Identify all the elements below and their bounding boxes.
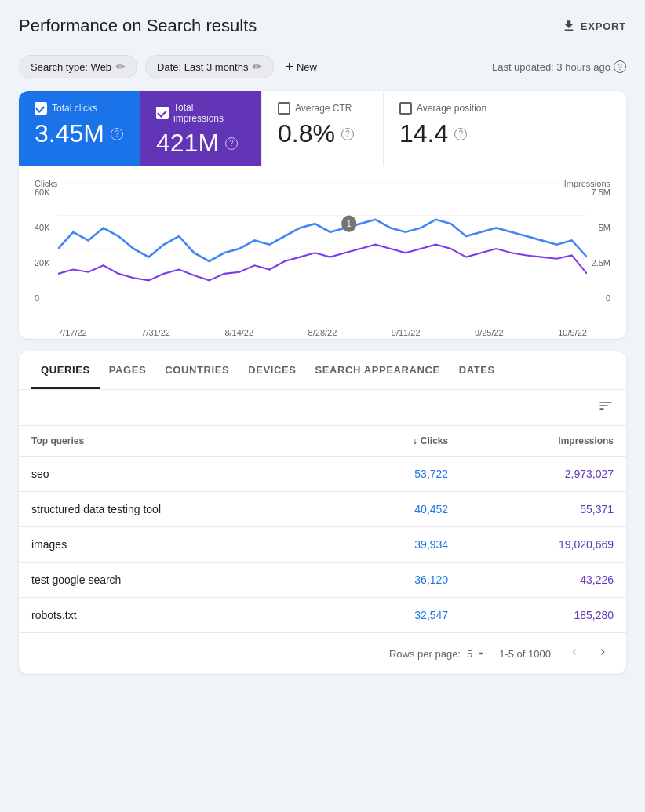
table-row: seo 53,722 2,973,027 xyxy=(19,457,626,492)
export-button[interactable]: EXPORT xyxy=(562,19,626,33)
chart-svg: 1 xyxy=(58,182,587,315)
tab-pages[interactable]: PAGES xyxy=(100,351,156,389)
date-filter[interactable]: Date: Last 3 months ✏ xyxy=(145,55,274,78)
query-cell: robots.txt xyxy=(19,598,336,633)
avg-ctr-help[interactable]: ? xyxy=(341,128,354,140)
clicks-cell: 40,452 xyxy=(336,492,461,527)
avg-position-value: 14.4 ? xyxy=(399,119,489,148)
tabs: QUERIESPAGESCOUNTRIESDEVICESSEARCH APPEA… xyxy=(19,351,626,390)
tab-devices[interactable]: DEVICES xyxy=(239,351,305,389)
x-axis-labels: 7/17/22 7/31/22 8/14/22 8/28/22 9/11/22 … xyxy=(58,328,587,337)
total-impressions-value: 421M ? xyxy=(156,129,246,158)
page-title: Performance on Search results xyxy=(19,16,257,36)
avg-ctr-metric: Average CTR 0.8% ? xyxy=(262,91,384,166)
avg-position-checkbox[interactable] xyxy=(399,102,412,115)
avg-position-metric: Average position 14.4 ? xyxy=(384,91,505,166)
clicks-cell: 36,120 xyxy=(336,563,461,598)
metrics-card: Total clicks 3.45M ? Total impressions 4… xyxy=(19,91,626,339)
filter-icon xyxy=(598,398,614,413)
metrics-row: Total clicks 3.45M ? Total impressions 4… xyxy=(19,91,626,166)
tab-queries[interactable]: QUERIES xyxy=(31,351,100,389)
prev-icon xyxy=(568,646,581,658)
empty-metric xyxy=(505,91,626,166)
impressions-cell: 185,280 xyxy=(461,598,626,633)
total-clicks-value: 3.45M ? xyxy=(35,119,124,148)
clicks-cell: 39,934 xyxy=(336,527,461,563)
total-impressions-metric: Total impressions 421M ? xyxy=(140,91,262,166)
chart-area: Clicks Impressions 60K 40K 20K 0 7.5M 5M… xyxy=(19,166,626,339)
table-row: test google search 36,120 43,226 xyxy=(19,563,626,598)
query-cell: images xyxy=(19,527,336,563)
next-page-button[interactable] xyxy=(592,643,614,665)
page-header: Performance on Search results EXPORT xyxy=(0,0,645,49)
svg-text:1: 1 xyxy=(347,219,352,229)
clicks-cell: 32,547 xyxy=(336,598,461,633)
page-info: 1-5 of 1000 xyxy=(499,648,551,660)
dropdown-icon xyxy=(476,648,486,659)
col-impressions-header: Impressions xyxy=(461,426,626,457)
query-cell: test google search xyxy=(19,563,336,598)
avg-ctr-checkbox[interactable] xyxy=(278,102,290,115)
total-impressions-label: Total impressions xyxy=(156,102,246,124)
tab-search-appearance[interactable]: SEARCH APPEARANCE xyxy=(306,351,450,389)
impressions-cell: 43,226 xyxy=(461,563,626,598)
table-row: robots.txt 32,547 185,280 xyxy=(19,598,626,633)
col-query-header: Top queries xyxy=(19,426,336,457)
avg-ctr-label: Average CTR xyxy=(278,102,367,115)
edit-icon: ✏ xyxy=(116,60,126,73)
search-type-filter[interactable]: Search type: Web ✏ xyxy=(19,55,137,78)
impressions-cell: 19,020,669 xyxy=(461,527,626,563)
table-row: images 39,934 19,020,669 xyxy=(19,527,626,563)
total-clicks-label: Total clicks xyxy=(35,102,124,115)
next-icon xyxy=(596,646,609,658)
prev-page-button[interactable] xyxy=(563,643,585,665)
total-impressions-help[interactable]: ? xyxy=(225,137,238,150)
col-clicks-header[interactable]: ↓ Clicks xyxy=(336,426,461,456)
rows-per-page: Rows per page: 5 xyxy=(389,648,486,660)
y-axis-left-ticks: 60K 40K 20K 0 xyxy=(35,188,50,303)
total-clicks-metric: Total clicks 3.45M ? xyxy=(19,91,140,166)
page-nav xyxy=(563,643,614,665)
query-cell: seo xyxy=(19,457,336,492)
clicks-cell: 53,722 xyxy=(336,457,461,492)
new-button[interactable]: + New xyxy=(285,59,317,75)
avg-position-label: Average position xyxy=(399,102,489,115)
data-table: Top queries ↓ Clicks Impressions seo 53,… xyxy=(19,426,626,632)
total-clicks-help[interactable]: ? xyxy=(111,128,123,140)
filter-button[interactable] xyxy=(598,398,614,417)
edit-icon: ✏ xyxy=(253,60,262,73)
chart-svg-wrapper: 1 xyxy=(58,182,587,315)
help-icon[interactable]: ? xyxy=(614,60,626,73)
last-updated-text: Last updated: 3 hours ago ? xyxy=(492,60,626,73)
plus-icon: + xyxy=(285,59,293,75)
impressions-cell: 2,973,027 xyxy=(461,457,626,492)
pagination: Rows per page: 5 1-5 of 1000 xyxy=(19,632,626,674)
filter-row xyxy=(19,390,626,426)
toolbar: Search type: Web ✏ Date: Last 3 months ✏… xyxy=(0,49,645,91)
table-row: structured data testing tool 40,452 55,3… xyxy=(19,492,626,527)
query-cell: structured data testing tool xyxy=(19,492,336,527)
export-icon xyxy=(562,19,576,33)
tab-dates[interactable]: DATES xyxy=(450,351,505,389)
impressions-cell: 55,371 xyxy=(461,492,626,527)
tab-countries[interactable]: COUNTRIES xyxy=(155,351,239,389)
avg-ctr-value: 0.8% ? xyxy=(278,119,367,148)
avg-position-help[interactable]: ? xyxy=(454,128,467,140)
table-card: QUERIESPAGESCOUNTRIESDEVICESSEARCH APPEA… xyxy=(19,351,626,674)
rows-per-page-select[interactable]: 5 xyxy=(467,648,486,660)
y-axis-right-ticks: 7.5M 5M 2.5M 0 xyxy=(592,188,610,303)
total-impressions-checkbox[interactable] xyxy=(156,107,169,119)
total-clicks-checkbox[interactable] xyxy=(35,102,47,115)
